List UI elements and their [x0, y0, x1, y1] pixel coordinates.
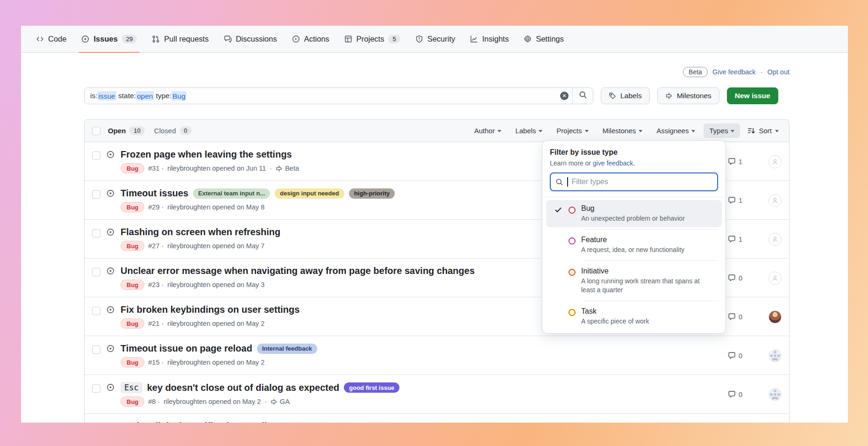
issue-checkbox[interactable] [92, 384, 100, 393]
dropdown-feedback-link[interactable]: give feedback. [593, 159, 635, 167]
issue-type-pill[interactable]: Bug [121, 280, 144, 290]
type-option-task[interactable]: TaskA specific piece of work [546, 303, 722, 330]
assignee-avatar-ghost[interactable] [768, 233, 782, 246]
assignee-avatar-identicon[interactable] [768, 388, 782, 401]
nav-tab-code[interactable]: Code [29, 26, 73, 52]
select-all-checkbox[interactable] [92, 127, 100, 135]
nav-tab-insights[interactable]: Insights [463, 26, 515, 52]
issue-type-pill[interactable]: Bug [121, 241, 144, 251]
issue-row-right: 0 [728, 266, 782, 297]
issue-type-pill[interactable]: Bug [121, 163, 144, 173]
nav-tab-projects[interactable]: Projects5 [338, 26, 407, 52]
issue-label-good-first-issue[interactable]: good first issue [344, 382, 399, 393]
nav-tab-actions[interactable]: Actions [285, 26, 336, 52]
comment-count[interactable]: 0 [728, 352, 742, 360]
issue-title-link[interactable]: key doesn't close out of dialog as expec… [147, 382, 340, 393]
comment-count-value: 0 [739, 352, 742, 360]
nav-tab-issues[interactable]: Issues29 [75, 26, 143, 52]
search-input[interactable]: is:issue state:open type:Bug ✕ [84, 87, 593, 104]
assignee-avatar-ghost[interactable] [768, 155, 782, 168]
comment-count[interactable]: 1 [728, 235, 742, 243]
clear-search-button[interactable]: ✕ [556, 92, 572, 100]
issue-label-internal-feedback[interactable]: Internal feedback [257, 344, 317, 354]
issue-checkbox[interactable] [92, 345, 100, 354]
filter-types-input[interactable]: Filter types [550, 173, 718, 191]
issue-title-line: Timeout issue on page reloadInternal fee… [121, 343, 317, 354]
milestone-name[interactable]: Beta [285, 165, 299, 172]
closed-issues-tab[interactable]: Closed 0 [154, 126, 192, 135]
filter-types[interactable]: Types [704, 123, 740, 138]
search-token-highlighted: issue [98, 91, 116, 101]
issue-title-link[interactable]: Timeout issue on page reload [121, 343, 252, 354]
issue-title-link[interactable]: Fix broken keybindings on user settings [121, 304, 299, 315]
issue-opened-icon [107, 228, 114, 258]
filter-milestones[interactable]: Milestones [597, 123, 648, 138]
type-option-bug[interactable]: BugAn unexpected problem or behavior [546, 200, 722, 227]
type-option-initiative[interactable]: InitiativeA long running work stream tha… [546, 263, 722, 299]
issue-title-line: Frozen page when leaving the settings [121, 149, 299, 160]
comment-count[interactable]: 0 [728, 313, 742, 321]
comment-icon [728, 196, 736, 204]
assignee-avatar-ghost[interactable] [768, 194, 782, 207]
filter-labels[interactable]: Labels [510, 123, 548, 138]
nav-tab-settings[interactable]: Settings [517, 26, 570, 52]
type-option-feature[interactable]: FeatureA request, idea, or new functiona… [546, 231, 722, 259]
issue-title-link[interactable]: Timeout issues [121, 188, 188, 199]
issue-checkbox[interactable] [92, 307, 100, 315]
filter-author[interactable]: Author [469, 123, 507, 138]
issue-title-link[interactable]: Unclear error message when navigating aw… [121, 266, 475, 276]
issue-label-high-priority[interactable]: high-priority [349, 188, 395, 199]
milestone-icon [270, 398, 277, 405]
comment-count[interactable]: 0 [728, 390, 742, 398]
type-option-name: Bug [581, 204, 685, 213]
sort-button[interactable]: Sort [743, 123, 782, 138]
milestones-button[interactable]: Milestones [657, 87, 719, 104]
filter-label: Author [474, 127, 495, 135]
issue-type-pill[interactable]: Bug [121, 202, 144, 212]
issue-label-design-input-needed[interactable]: design input needed [275, 188, 344, 199]
filter-projects[interactable]: Projects [551, 123, 594, 138]
assignee-avatar-photo[interactable] [768, 310, 782, 324]
issue-title-line: Esckey doesn't close out of dialog as ex… [121, 382, 399, 393]
type-option-description: A request, idea, or new functionality [581, 245, 684, 254]
assignee-avatar-identicon[interactable] [768, 349, 782, 362]
play-circle-icon [292, 35, 300, 43]
issue-title-link[interactable]: Frozen page when leaving the settings [121, 149, 292, 160]
issue-checkbox[interactable] [92, 229, 100, 237]
issue-checkbox[interactable] [92, 268, 100, 276]
nav-tab-label: Insights [482, 35, 509, 43]
issue-title-link[interactable]: Broken links in notification emails [121, 421, 272, 423]
nav-tab-discussions[interactable]: Discussions [217, 26, 284, 52]
assignee-avatar-ghost[interactable] [768, 272, 782, 285]
closed-tab-label: Closed [154, 127, 176, 135]
type-option-texts: TaskA specific piece of work [581, 307, 649, 326]
issue-main: Frozen page when leaving the settingsBug… [121, 149, 299, 180]
issue-author-action: rileybroughten opened on May 2 [164, 398, 261, 405]
nav-tab-pull-requests[interactable]: Pull requests [145, 26, 215, 52]
give-feedback-link[interactable]: Give feedback [712, 68, 756, 76]
open-issues-tab[interactable]: Open 10 [108, 126, 145, 135]
issue-title-line: Flashing on screen when refreshing [121, 227, 280, 237]
comment-count[interactable]: 1 [728, 158, 742, 165]
comment-count[interactable]: 0 [728, 274, 742, 282]
issue-row: Broken links in notification emails [85, 414, 789, 423]
issue-type-pill[interactable]: Bug [121, 396, 144, 407]
issue-type-pill[interactable]: Bug [121, 357, 144, 367]
search-submit-button[interactable] [572, 88, 593, 104]
issue-type-pill[interactable]: Bug [121, 318, 144, 329]
gear-icon [524, 35, 532, 43]
issue-checkbox[interactable] [92, 151, 100, 160]
issue-title-link[interactable]: Flashing on screen when refreshing [121, 227, 280, 237]
new-issue-button[interactable]: New issue [727, 87, 778, 104]
filter-assignees[interactable]: Assignees [651, 123, 701, 138]
issue-number: #8 · [148, 398, 160, 405]
milestone-icon [665, 92, 673, 100]
issue-checkbox[interactable] [92, 190, 100, 199]
issue-label-external-team-input-n[interactable]: External team input n... [193, 188, 270, 199]
comment-count[interactable]: 1 [728, 196, 742, 204]
labels-button[interactable]: Labels [601, 87, 650, 104]
milestone-name[interactable]: GA [280, 398, 290, 405]
search-toolbar: is:issue state:open type:Bug ✕ [84, 87, 790, 104]
nav-tab-security[interactable]: Security [409, 26, 462, 52]
opt-out-link[interactable]: Opt out [767, 68, 790, 76]
